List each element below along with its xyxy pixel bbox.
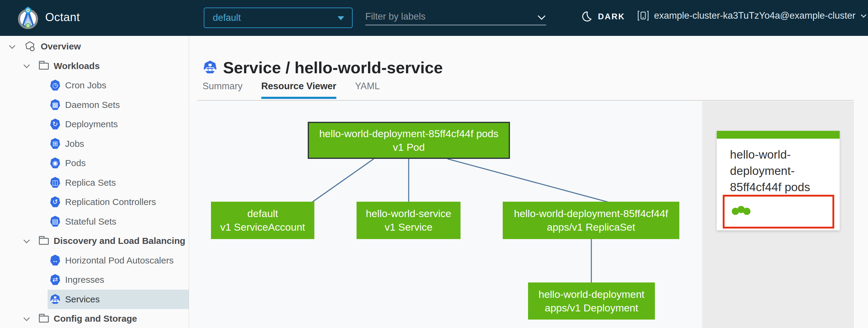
node-name: default — [247, 207, 278, 220]
sidebar-item-label: Daemon Sets — [65, 100, 120, 110]
octant-logo-icon — [16, 6, 40, 30]
k8s-statefulset-badge-icon: ▤ — [50, 216, 61, 227]
node-kind: apps/v1 ReplicaSet — [547, 220, 635, 234]
pod-status-dots — [732, 207, 749, 214]
k8s-replicaset-badge-icon: ◫ — [50, 177, 61, 188]
folder-icon — [39, 316, 49, 323]
sidebar-item-label: Services — [65, 294, 100, 304]
detail-panel: hello-world-deployment-85ff4cf44f pods — [702, 101, 854, 328]
k8s-cronjob-badge-icon: ◷ — [50, 80, 61, 91]
sidebar-item-label: Jobs — [65, 139, 84, 149]
sidebar-item-label: Stateful Sets — [65, 216, 116, 227]
tab-resource-viewer[interactable]: Resource Viewer — [261, 81, 336, 99]
k8s-ingress-badge-icon: ⇄ — [50, 274, 61, 286]
pod-status-highlight-box[interactable] — [723, 195, 834, 229]
sidebar-item-label: Workloads — [54, 61, 100, 71]
sidebar-item-label: Cron Jobs — [65, 80, 106, 90]
app-title: Octant — [45, 11, 80, 24]
graph-node-serviceaccount[interactable]: default v1 ServiceAccount — [211, 202, 314, 239]
sidebar-item-jobs[interactable]: ⊞ Jobs — [0, 134, 189, 154]
resource-viewer-graph: hello-world-deployment-85ff4cf44f pods v… — [189, 101, 702, 328]
sidebar-item-cron-jobs[interactable]: ◷ Cron Jobs — [0, 76, 189, 95]
graph-node-pod[interactable]: hello-world-deployment-85ff4cf44f pods v… — [308, 122, 510, 159]
sidebar-item-label: Overview — [41, 41, 81, 52]
node-kind: v1 ServiceAccount — [220, 220, 305, 234]
k8s-job-badge-icon: ⊞ — [50, 138, 61, 150]
k8s-deployment-badge-icon: ↻ — [50, 118, 61, 130]
tab-divider — [197, 100, 854, 101]
graph-node-deployment[interactable]: hello-world-deployment apps/v1 Deploymen… — [528, 282, 655, 320]
node-kind: v1 Service — [384, 220, 433, 234]
chevron-down-icon[interactable] — [24, 237, 30, 243]
node-name: hello-world-deployment-85ff4cf44f — [514, 207, 668, 220]
tab-summary[interactable]: Summary — [203, 81, 243, 99]
sidebar-item-label: Ingresses — [65, 275, 104, 285]
folder-icon — [39, 238, 49, 245]
cluster-name: example-cluster-ka3TuTzYo4a@example-clus… — [654, 10, 855, 21]
graph-node-replicaset[interactable]: hello-world-deployment-85ff4cf44f apps/v… — [503, 202, 679, 239]
applications-icon — [24, 40, 36, 53]
sidebar-item-services[interactable]: Services — [48, 290, 189, 309]
folder-icon — [39, 63, 49, 70]
sidebar-item-replication-controllers[interactable]: ↺ Replication Controllers — [0, 192, 189, 212]
k8s-hpa-badge-icon: ↔ — [50, 255, 61, 266]
tab-bar: Summary Resource Viewer YAML — [189, 81, 380, 99]
sidebar-item-ingresses[interactable]: ⇄ Ingresses — [0, 270, 189, 290]
sidebar-item-replica-sets[interactable]: ◫ Replica Sets — [0, 173, 189, 192]
cluster-switcher[interactable]: example-cluster-ka3TuTzYo4a@example-clus… — [637, 9, 865, 22]
sidebar-item-label: Replication Controllers — [65, 197, 156, 207]
label-filter-input[interactable] — [365, 8, 546, 25]
chevron-down-icon — [861, 12, 867, 18]
namespace-select-value: default — [213, 12, 241, 23]
card-title: hello-world-deployment-85ff4cf44f pods — [717, 139, 840, 196]
cluster-icon — [637, 9, 650, 22]
sidebar-item-label: Pods — [65, 158, 86, 168]
tab-yaml[interactable]: YAML — [355, 81, 380, 99]
namespace-select[interactable]: default — [204, 7, 352, 28]
k8s-service-badge-icon — [203, 60, 218, 75]
sidebar-item-label: Config and Storage — [54, 314, 137, 324]
dark-theme-toggle[interactable]: DARK — [581, 10, 625, 23]
chevron-down-icon[interactable] — [24, 315, 30, 321]
sidebar-item-label: Replica Sets — [65, 178, 116, 188]
sidebar-item-pods[interactable]: ◉ Pods — [0, 153, 189, 173]
chevron-down-icon[interactable] — [24, 62, 30, 68]
node-name: hello-world-deployment — [538, 288, 645, 301]
card-accent-bar — [717, 131, 840, 139]
page-title: Service / hello-world-service — [223, 58, 443, 77]
sidebar-item-config-and-storage[interactable]: Config and Storage — [0, 309, 189, 328]
sidebar-item-workloads[interactable]: Workloads — [0, 56, 189, 76]
node-kind: v1 Pod — [393, 141, 425, 154]
sidebar-item-overview[interactable]: Overview — [0, 37, 189, 56]
chevron-down-icon[interactable] — [9, 42, 16, 49]
k8s-service-badge-icon — [50, 294, 61, 305]
dark-theme-label: DARK — [598, 12, 625, 21]
node-kind: apps/v1 Deployment — [545, 301, 638, 315]
pod-status-card[interactable]: hello-world-deployment-85ff4cf44f pods — [717, 131, 840, 230]
sidebar-item-deployments[interactable]: ↻ Deployments — [0, 115, 189, 134]
sidebar-item-discovery-and-load-balancing[interactable]: Discovery and Load Balancing — [0, 231, 189, 251]
caret-down-icon — [338, 16, 344, 20]
k8s-replicationcontroller-badge-icon: ↺ — [50, 196, 61, 208]
k8s-pod-badge-icon: ◉ — [50, 157, 61, 169]
sidebar-item-horizontal-pod-autoscalers[interactable]: ↔ Horizontal Pod Autoscalers — [0, 251, 189, 270]
app-header: Octant default DARK example-cluster-ka3T… — [0, 0, 868, 36]
node-name: hello-world-deployment-85ff4cf44f pods — [319, 127, 498, 141]
label-filter — [365, 8, 546, 28]
pod-status-dot — [743, 208, 750, 215]
sidebar-item-label: Discovery and Load Balancing — [54, 236, 185, 246]
sidebar-item-daemon-sets[interactable]: ▦ Daemon Sets — [0, 95, 189, 115]
sidebar-item-label: Deployments — [65, 119, 118, 129]
node-name: hello-world-service — [366, 207, 451, 220]
k8s-daemonset-badge-icon: ▦ — [50, 99, 61, 111]
sidebar-item-label: Horizontal Pod Autoscalers — [65, 255, 174, 266]
sidebar-nav: Overview Workloads ◷ Cron Jobs ▦ Daemon … — [0, 36, 189, 328]
moon-icon — [581, 10, 593, 23]
sidebar-item-stateful-sets[interactable]: ▤ Stateful Sets — [0, 212, 189, 232]
graph-node-service[interactable]: hello-world-service v1 Service — [356, 202, 461, 239]
